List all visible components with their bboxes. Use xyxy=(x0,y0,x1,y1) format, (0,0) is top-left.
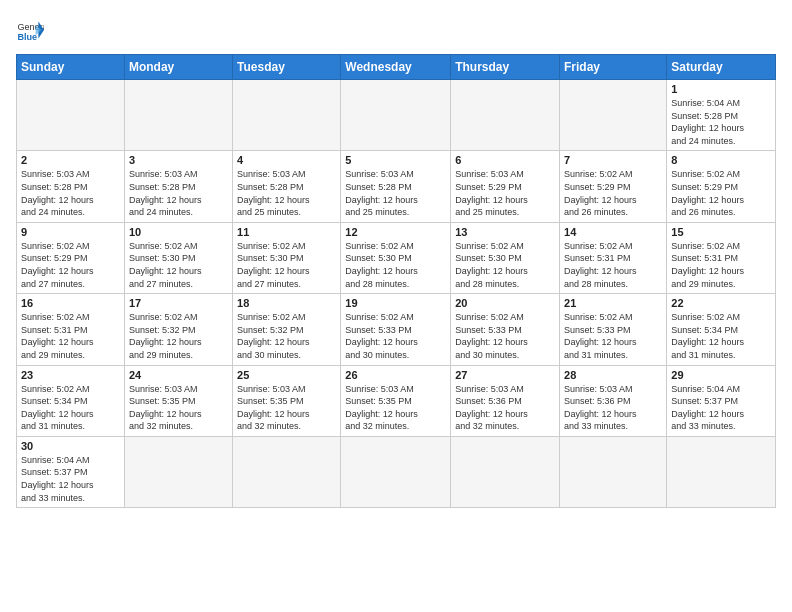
day-number: 24 xyxy=(129,369,228,381)
day-number: 8 xyxy=(671,154,771,166)
calendar-day-17: 17Sunrise: 5:02 AM Sunset: 5:32 PM Dayli… xyxy=(124,294,232,365)
day-info: Sunrise: 5:02 AM Sunset: 5:30 PM Dayligh… xyxy=(129,240,228,290)
calendar-empty-cell xyxy=(560,436,667,507)
day-number: 17 xyxy=(129,297,228,309)
day-number: 16 xyxy=(21,297,120,309)
weekday-header-sunday: Sunday xyxy=(17,55,125,80)
day-info: Sunrise: 5:02 AM Sunset: 5:31 PM Dayligh… xyxy=(671,240,771,290)
day-info: Sunrise: 5:03 AM Sunset: 5:36 PM Dayligh… xyxy=(455,383,555,433)
weekday-header-tuesday: Tuesday xyxy=(233,55,341,80)
calendar-day-30: 30Sunrise: 5:04 AM Sunset: 5:37 PM Dayli… xyxy=(17,436,125,507)
day-number: 4 xyxy=(237,154,336,166)
logo: General Blue xyxy=(16,16,44,44)
calendar-week-row: 16Sunrise: 5:02 AM Sunset: 5:31 PM Dayli… xyxy=(17,294,776,365)
day-info: Sunrise: 5:02 AM Sunset: 5:32 PM Dayligh… xyxy=(237,311,336,361)
calendar-day-8: 8Sunrise: 5:02 AM Sunset: 5:29 PM Daylig… xyxy=(667,151,776,222)
calendar-day-22: 22Sunrise: 5:02 AM Sunset: 5:34 PM Dayli… xyxy=(667,294,776,365)
calendar-day-10: 10Sunrise: 5:02 AM Sunset: 5:30 PM Dayli… xyxy=(124,222,232,293)
day-info: Sunrise: 5:03 AM Sunset: 5:28 PM Dayligh… xyxy=(129,168,228,218)
day-number: 15 xyxy=(671,226,771,238)
calendar-day-25: 25Sunrise: 5:03 AM Sunset: 5:35 PM Dayli… xyxy=(233,365,341,436)
calendar-day-23: 23Sunrise: 5:02 AM Sunset: 5:34 PM Dayli… xyxy=(17,365,125,436)
calendar-day-13: 13Sunrise: 5:02 AM Sunset: 5:30 PM Dayli… xyxy=(451,222,560,293)
day-info: Sunrise: 5:03 AM Sunset: 5:28 PM Dayligh… xyxy=(345,168,446,218)
calendar-empty-cell xyxy=(17,80,125,151)
calendar-week-row: 30Sunrise: 5:04 AM Sunset: 5:37 PM Dayli… xyxy=(17,436,776,507)
calendar-week-row: 1Sunrise: 5:04 AM Sunset: 5:28 PM Daylig… xyxy=(17,80,776,151)
day-number: 12 xyxy=(345,226,446,238)
calendar-day-7: 7Sunrise: 5:02 AM Sunset: 5:29 PM Daylig… xyxy=(560,151,667,222)
day-number: 5 xyxy=(345,154,446,166)
day-number: 18 xyxy=(237,297,336,309)
day-number: 9 xyxy=(21,226,120,238)
calendar-day-6: 6Sunrise: 5:03 AM Sunset: 5:29 PM Daylig… xyxy=(451,151,560,222)
calendar-table: SundayMondayTuesdayWednesdayThursdayFrid… xyxy=(16,54,776,508)
calendar-empty-cell xyxy=(233,80,341,151)
calendar-empty-cell xyxy=(124,80,232,151)
calendar-day-15: 15Sunrise: 5:02 AM Sunset: 5:31 PM Dayli… xyxy=(667,222,776,293)
day-info: Sunrise: 5:02 AM Sunset: 5:29 PM Dayligh… xyxy=(671,168,771,218)
day-number: 29 xyxy=(671,369,771,381)
weekday-header-friday: Friday xyxy=(560,55,667,80)
day-number: 11 xyxy=(237,226,336,238)
calendar-day-16: 16Sunrise: 5:02 AM Sunset: 5:31 PM Dayli… xyxy=(17,294,125,365)
calendar-empty-cell xyxy=(667,436,776,507)
day-info: Sunrise: 5:02 AM Sunset: 5:30 PM Dayligh… xyxy=(237,240,336,290)
day-number: 7 xyxy=(564,154,662,166)
calendar-day-18: 18Sunrise: 5:02 AM Sunset: 5:32 PM Dayli… xyxy=(233,294,341,365)
calendar-empty-cell xyxy=(451,436,560,507)
day-number: 27 xyxy=(455,369,555,381)
day-number: 19 xyxy=(345,297,446,309)
calendar-day-20: 20Sunrise: 5:02 AM Sunset: 5:33 PM Dayli… xyxy=(451,294,560,365)
calendar-day-9: 9Sunrise: 5:02 AM Sunset: 5:29 PM Daylig… xyxy=(17,222,125,293)
day-number: 26 xyxy=(345,369,446,381)
calendar-day-11: 11Sunrise: 5:02 AM Sunset: 5:30 PM Dayli… xyxy=(233,222,341,293)
calendar-empty-cell xyxy=(341,80,451,151)
day-number: 13 xyxy=(455,226,555,238)
calendar-day-12: 12Sunrise: 5:02 AM Sunset: 5:30 PM Dayli… xyxy=(341,222,451,293)
weekday-header-saturday: Saturday xyxy=(667,55,776,80)
day-number: 14 xyxy=(564,226,662,238)
calendar-day-26: 26Sunrise: 5:03 AM Sunset: 5:35 PM Dayli… xyxy=(341,365,451,436)
day-info: Sunrise: 5:04 AM Sunset: 5:28 PM Dayligh… xyxy=(671,97,771,147)
calendar-day-1: 1Sunrise: 5:04 AM Sunset: 5:28 PM Daylig… xyxy=(667,80,776,151)
day-number: 10 xyxy=(129,226,228,238)
day-number: 20 xyxy=(455,297,555,309)
day-info: Sunrise: 5:03 AM Sunset: 5:35 PM Dayligh… xyxy=(345,383,446,433)
day-number: 2 xyxy=(21,154,120,166)
day-info: Sunrise: 5:02 AM Sunset: 5:31 PM Dayligh… xyxy=(21,311,120,361)
day-info: Sunrise: 5:04 AM Sunset: 5:37 PM Dayligh… xyxy=(21,454,120,504)
calendar-day-29: 29Sunrise: 5:04 AM Sunset: 5:37 PM Dayli… xyxy=(667,365,776,436)
day-info: Sunrise: 5:02 AM Sunset: 5:33 PM Dayligh… xyxy=(345,311,446,361)
day-info: Sunrise: 5:02 AM Sunset: 5:30 PM Dayligh… xyxy=(345,240,446,290)
day-info: Sunrise: 5:02 AM Sunset: 5:33 PM Dayligh… xyxy=(455,311,555,361)
calendar-day-3: 3Sunrise: 5:03 AM Sunset: 5:28 PM Daylig… xyxy=(124,151,232,222)
day-info: Sunrise: 5:03 AM Sunset: 5:35 PM Dayligh… xyxy=(237,383,336,433)
day-info: Sunrise: 5:03 AM Sunset: 5:35 PM Dayligh… xyxy=(129,383,228,433)
svg-text:Blue: Blue xyxy=(17,32,37,42)
calendar-empty-cell xyxy=(233,436,341,507)
day-number: 28 xyxy=(564,369,662,381)
day-info: Sunrise: 5:02 AM Sunset: 5:34 PM Dayligh… xyxy=(21,383,120,433)
calendar-empty-cell xyxy=(451,80,560,151)
day-info: Sunrise: 5:03 AM Sunset: 5:28 PM Dayligh… xyxy=(21,168,120,218)
calendar-week-row: 23Sunrise: 5:02 AM Sunset: 5:34 PM Dayli… xyxy=(17,365,776,436)
day-info: Sunrise: 5:02 AM Sunset: 5:30 PM Dayligh… xyxy=(455,240,555,290)
day-number: 30 xyxy=(21,440,120,452)
calendar-day-27: 27Sunrise: 5:03 AM Sunset: 5:36 PM Dayli… xyxy=(451,365,560,436)
day-info: Sunrise: 5:03 AM Sunset: 5:28 PM Dayligh… xyxy=(237,168,336,218)
calendar-day-2: 2Sunrise: 5:03 AM Sunset: 5:28 PM Daylig… xyxy=(17,151,125,222)
day-number: 21 xyxy=(564,297,662,309)
calendar-day-19: 19Sunrise: 5:02 AM Sunset: 5:33 PM Dayli… xyxy=(341,294,451,365)
day-info: Sunrise: 5:03 AM Sunset: 5:36 PM Dayligh… xyxy=(564,383,662,433)
weekday-header-row: SundayMondayTuesdayWednesdayThursdayFrid… xyxy=(17,55,776,80)
calendar-empty-cell xyxy=(560,80,667,151)
day-info: Sunrise: 5:02 AM Sunset: 5:29 PM Dayligh… xyxy=(21,240,120,290)
calendar-day-28: 28Sunrise: 5:03 AM Sunset: 5:36 PM Dayli… xyxy=(560,365,667,436)
day-number: 23 xyxy=(21,369,120,381)
weekday-header-thursday: Thursday xyxy=(451,55,560,80)
calendar-day-5: 5Sunrise: 5:03 AM Sunset: 5:28 PM Daylig… xyxy=(341,151,451,222)
calendar-day-4: 4Sunrise: 5:03 AM Sunset: 5:28 PM Daylig… xyxy=(233,151,341,222)
page-header: General Blue xyxy=(16,16,776,44)
day-info: Sunrise: 5:02 AM Sunset: 5:31 PM Dayligh… xyxy=(564,240,662,290)
